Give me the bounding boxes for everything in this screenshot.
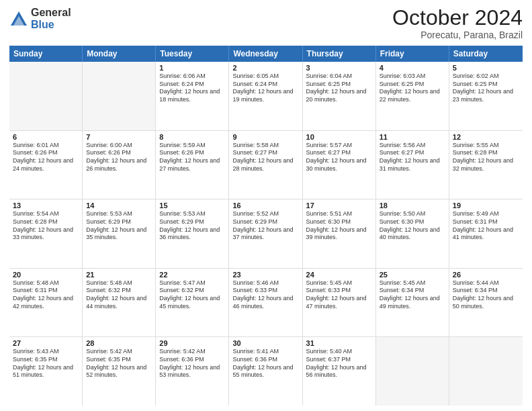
calendar-header-cell: Monday — [83, 46, 156, 62]
day-number: 2 — [232, 64, 298, 72]
calendar-header-cell: Friday — [376, 46, 449, 62]
day-number: 5 — [453, 64, 519, 72]
day-number: 20 — [13, 271, 79, 279]
page: General Blue October 2024 Porecatu, Para… — [0, 0, 532, 411]
month-title: October 2024 — [392, 7, 523, 28]
day-info: Sunrise: 5:59 AMSunset: 6:26 PMDaylight:… — [159, 142, 225, 173]
day-info: Sunrise: 5:48 AMSunset: 6:32 PMDaylight:… — [86, 279, 152, 311]
calendar-day-cell: 22Sunrise: 5:47 AMSunset: 6:32 PMDayligh… — [156, 269, 229, 337]
calendar-day-cell: 18Sunrise: 5:50 AMSunset: 6:30 PMDayligh… — [376, 199, 449, 268]
logo-blue-text: Blue — [31, 19, 71, 31]
calendar-body: 1Sunrise: 6:06 AMSunset: 6:24 PMDaylight… — [9, 62, 523, 406]
location: Porecatu, Parana, Brazil — [392, 30, 523, 40]
calendar-week-row: 27Sunrise: 5:43 AMSunset: 6:35 PMDayligh… — [9, 337, 523, 406]
calendar-day-cell: 27Sunrise: 5:43 AMSunset: 6:35 PMDayligh… — [9, 337, 83, 406]
day-number: 3 — [306, 64, 372, 72]
day-info: Sunrise: 5:58 AMSunset: 6:27 PMDaylight:… — [232, 142, 298, 173]
logo-text: General Blue — [31, 7, 71, 30]
calendar-day-cell — [449, 337, 523, 406]
day-info: Sunrise: 6:01 AMSunset: 6:26 PMDaylight:… — [13, 142, 79, 173]
calendar-day-cell: 13Sunrise: 5:54 AMSunset: 6:28 PMDayligh… — [9, 199, 83, 268]
day-info: Sunrise: 6:03 AMSunset: 6:25 PMDaylight:… — [380, 73, 445, 104]
logo: General Blue — [9, 7, 71, 30]
logo-icon — [9, 9, 28, 28]
day-number: 23 — [232, 271, 298, 279]
day-number: 14 — [86, 201, 152, 210]
day-number: 18 — [380, 201, 445, 210]
day-info: Sunrise: 5:41 AMSunset: 6:36 PMDaylight:… — [232, 348, 298, 379]
header: General Blue October 2024 Porecatu, Para… — [9, 7, 523, 40]
calendar-day-cell: 4Sunrise: 6:03 AMSunset: 6:25 PMDaylight… — [376, 62, 449, 130]
day-number: 8 — [159, 133, 225, 141]
day-info: Sunrise: 5:42 AMSunset: 6:36 PMDaylight:… — [159, 348, 225, 379]
calendar-day-cell — [376, 337, 449, 406]
calendar-day-cell: 26Sunrise: 5:44 AMSunset: 6:34 PMDayligh… — [449, 269, 523, 337]
day-info: Sunrise: 5:45 AMSunset: 6:33 PMDaylight:… — [306, 279, 372, 311]
day-info: Sunrise: 5:50 AMSunset: 6:30 PMDaylight:… — [380, 210, 445, 242]
calendar-day-cell: 11Sunrise: 5:56 AMSunset: 6:27 PMDayligh… — [376, 131, 449, 199]
day-number: 21 — [86, 271, 152, 279]
day-info: Sunrise: 5:49 AMSunset: 6:31 PMDaylight:… — [453, 210, 519, 242]
day-number: 16 — [232, 201, 298, 210]
day-number: 22 — [159, 271, 225, 279]
calendar-day-cell: 9Sunrise: 5:58 AMSunset: 6:27 PMDaylight… — [229, 131, 302, 199]
calendar-day-cell: 6Sunrise: 6:01 AMSunset: 6:26 PMDaylight… — [9, 131, 83, 199]
day-number: 11 — [380, 133, 445, 141]
calendar-day-cell: 30Sunrise: 5:41 AMSunset: 6:36 PMDayligh… — [229, 337, 302, 406]
calendar-week-row: 20Sunrise: 5:48 AMSunset: 6:31 PMDayligh… — [9, 269, 523, 338]
day-number: 28 — [86, 339, 152, 347]
day-number: 26 — [453, 271, 519, 279]
day-info: Sunrise: 5:42 AMSunset: 6:35 PMDaylight:… — [86, 348, 152, 379]
calendar-header-cell: Thursday — [303, 46, 376, 62]
day-info: Sunrise: 5:53 AMSunset: 6:29 PMDaylight:… — [159, 210, 225, 242]
calendar-day-cell: 15Sunrise: 5:53 AMSunset: 6:29 PMDayligh… — [156, 199, 229, 268]
day-info: Sunrise: 6:06 AMSunset: 6:24 PMDaylight:… — [159, 73, 225, 104]
calendar-day-cell: 20Sunrise: 5:48 AMSunset: 6:31 PMDayligh… — [9, 269, 83, 337]
calendar-day-cell — [83, 62, 156, 130]
calendar-day-cell: 8Sunrise: 5:59 AMSunset: 6:26 PMDaylight… — [156, 131, 229, 199]
day-number: 31 — [306, 339, 372, 347]
day-info: Sunrise: 5:51 AMSunset: 6:30 PMDaylight:… — [306, 210, 372, 242]
calendar-day-cell: 1Sunrise: 6:06 AMSunset: 6:24 PMDaylight… — [156, 62, 229, 130]
day-number: 6 — [13, 133, 79, 141]
calendar-header-cell: Wednesday — [229, 46, 302, 62]
calendar-day-cell: 17Sunrise: 5:51 AMSunset: 6:30 PMDayligh… — [303, 199, 376, 268]
calendar-day-cell — [9, 62, 83, 130]
day-info: Sunrise: 5:48 AMSunset: 6:31 PMDaylight:… — [13, 279, 79, 311]
calendar: SundayMondayTuesdayWednesdayThursdayFrid… — [9, 46, 523, 406]
calendar-header: SundayMondayTuesdayWednesdayThursdayFrid… — [9, 46, 523, 62]
calendar-day-cell: 31Sunrise: 5:40 AMSunset: 6:37 PMDayligh… — [303, 337, 376, 406]
title-section: October 2024 Porecatu, Parana, Brazil — [392, 7, 523, 40]
day-info: Sunrise: 5:47 AMSunset: 6:32 PMDaylight:… — [159, 279, 225, 311]
day-number: 7 — [86, 133, 152, 141]
day-info: Sunrise: 5:53 AMSunset: 6:29 PMDaylight:… — [86, 210, 152, 242]
calendar-day-cell: 21Sunrise: 5:48 AMSunset: 6:32 PMDayligh… — [83, 269, 156, 337]
day-number: 25 — [380, 271, 445, 279]
calendar-day-cell: 25Sunrise: 5:45 AMSunset: 6:34 PMDayligh… — [376, 269, 449, 337]
day-info: Sunrise: 5:40 AMSunset: 6:37 PMDaylight:… — [306, 348, 372, 379]
calendar-day-cell: 10Sunrise: 5:57 AMSunset: 6:27 PMDayligh… — [303, 131, 376, 199]
calendar-week-row: 6Sunrise: 6:01 AMSunset: 6:26 PMDaylight… — [9, 131, 523, 200]
day-number: 1 — [159, 64, 225, 72]
day-info: Sunrise: 6:05 AMSunset: 6:24 PMDaylight:… — [232, 73, 298, 104]
day-info: Sunrise: 6:04 AMSunset: 6:25 PMDaylight:… — [306, 73, 372, 104]
day-number: 24 — [306, 271, 372, 279]
day-info: Sunrise: 5:44 AMSunset: 6:34 PMDaylight:… — [453, 279, 519, 311]
day-number: 4 — [380, 64, 445, 72]
day-info: Sunrise: 5:46 AMSunset: 6:33 PMDaylight:… — [232, 279, 298, 311]
day-info: Sunrise: 5:45 AMSunset: 6:34 PMDaylight:… — [380, 279, 445, 311]
calendar-week-row: 1Sunrise: 6:06 AMSunset: 6:24 PMDaylight… — [9, 62, 523, 131]
calendar-week-row: 13Sunrise: 5:54 AMSunset: 6:28 PMDayligh… — [9, 199, 523, 269]
calendar-day-cell: 19Sunrise: 5:49 AMSunset: 6:31 PMDayligh… — [449, 199, 523, 268]
day-number: 15 — [159, 201, 225, 210]
day-number: 9 — [232, 133, 298, 141]
logo-general-text: General — [31, 7, 71, 19]
day-info: Sunrise: 5:52 AMSunset: 6:29 PMDaylight:… — [232, 210, 298, 242]
calendar-day-cell: 3Sunrise: 6:04 AMSunset: 6:25 PMDaylight… — [303, 62, 376, 130]
day-number: 30 — [232, 339, 298, 347]
calendar-day-cell: 7Sunrise: 6:00 AMSunset: 6:26 PMDaylight… — [83, 131, 156, 199]
day-number: 10 — [306, 133, 372, 141]
calendar-day-cell: 23Sunrise: 5:46 AMSunset: 6:33 PMDayligh… — [229, 269, 302, 337]
day-info: Sunrise: 5:54 AMSunset: 6:28 PMDaylight:… — [13, 210, 79, 242]
day-number: 19 — [453, 201, 519, 210]
